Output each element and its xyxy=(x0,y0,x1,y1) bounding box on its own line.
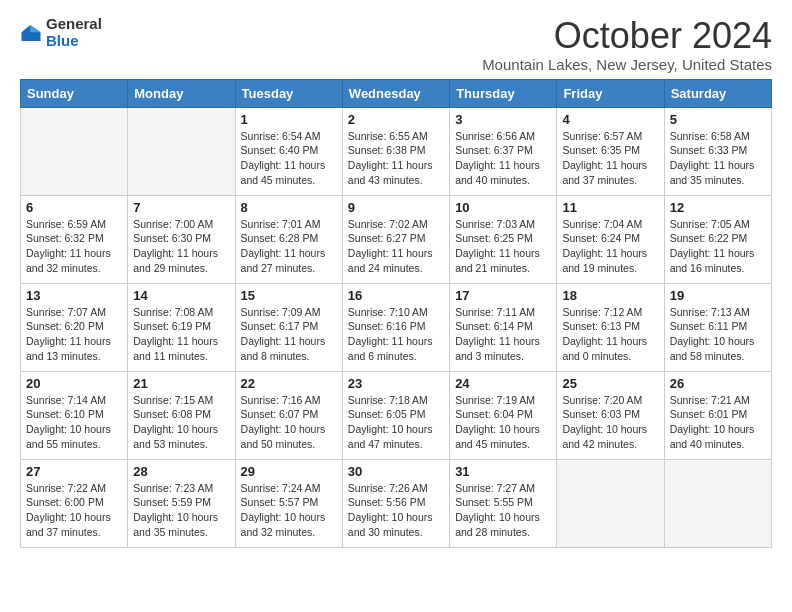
day-info: Sunrise: 6:56 AM Sunset: 6:37 PM Dayligh… xyxy=(455,129,551,188)
logo: General Blue xyxy=(20,16,102,49)
day-info: Sunrise: 7:14 AM Sunset: 6:10 PM Dayligh… xyxy=(26,393,122,452)
day-number: 13 xyxy=(26,288,122,303)
logo-general: General xyxy=(46,16,102,33)
weekday-wednesday: Wednesday xyxy=(342,79,449,107)
week-row-2: 6Sunrise: 6:59 AM Sunset: 6:32 PM Daylig… xyxy=(21,195,772,283)
day-cell: 20Sunrise: 7:14 AM Sunset: 6:10 PM Dayli… xyxy=(21,371,128,459)
day-info: Sunrise: 7:01 AM Sunset: 6:28 PM Dayligh… xyxy=(241,217,337,276)
day-info: Sunrise: 7:12 AM Sunset: 6:13 PM Dayligh… xyxy=(562,305,658,364)
day-number: 7 xyxy=(133,200,229,215)
day-number: 9 xyxy=(348,200,444,215)
day-info: Sunrise: 7:03 AM Sunset: 6:25 PM Dayligh… xyxy=(455,217,551,276)
day-info: Sunrise: 7:15 AM Sunset: 6:08 PM Dayligh… xyxy=(133,393,229,452)
day-cell: 27Sunrise: 7:22 AM Sunset: 6:00 PM Dayli… xyxy=(21,459,128,547)
weekday-saturday: Saturday xyxy=(664,79,771,107)
day-number: 18 xyxy=(562,288,658,303)
day-cell: 8Sunrise: 7:01 AM Sunset: 6:28 PM Daylig… xyxy=(235,195,342,283)
day-cell: 26Sunrise: 7:21 AM Sunset: 6:01 PM Dayli… xyxy=(664,371,771,459)
day-info: Sunrise: 7:23 AM Sunset: 5:59 PM Dayligh… xyxy=(133,481,229,540)
week-row-1: 1Sunrise: 6:54 AM Sunset: 6:40 PM Daylig… xyxy=(21,107,772,195)
day-cell xyxy=(128,107,235,195)
day-cell: 29Sunrise: 7:24 AM Sunset: 5:57 PM Dayli… xyxy=(235,459,342,547)
day-cell: 1Sunrise: 6:54 AM Sunset: 6:40 PM Daylig… xyxy=(235,107,342,195)
day-number: 3 xyxy=(455,112,551,127)
day-cell: 16Sunrise: 7:10 AM Sunset: 6:16 PM Dayli… xyxy=(342,283,449,371)
day-cell xyxy=(557,459,664,547)
day-number: 29 xyxy=(241,464,337,479)
day-number: 31 xyxy=(455,464,551,479)
day-cell: 18Sunrise: 7:12 AM Sunset: 6:13 PM Dayli… xyxy=(557,283,664,371)
month-title: October 2024 xyxy=(482,16,772,56)
day-cell: 24Sunrise: 7:19 AM Sunset: 6:04 PM Dayli… xyxy=(450,371,557,459)
day-info: Sunrise: 7:24 AM Sunset: 5:57 PM Dayligh… xyxy=(241,481,337,540)
day-cell: 22Sunrise: 7:16 AM Sunset: 6:07 PM Dayli… xyxy=(235,371,342,459)
day-number: 25 xyxy=(562,376,658,391)
day-info: Sunrise: 6:55 AM Sunset: 6:38 PM Dayligh… xyxy=(348,129,444,188)
day-info: Sunrise: 7:07 AM Sunset: 6:20 PM Dayligh… xyxy=(26,305,122,364)
day-cell: 31Sunrise: 7:27 AM Sunset: 5:55 PM Dayli… xyxy=(450,459,557,547)
week-row-3: 13Sunrise: 7:07 AM Sunset: 6:20 PM Dayli… xyxy=(21,283,772,371)
day-cell: 2Sunrise: 6:55 AM Sunset: 6:38 PM Daylig… xyxy=(342,107,449,195)
week-row-5: 27Sunrise: 7:22 AM Sunset: 6:00 PM Dayli… xyxy=(21,459,772,547)
day-number: 23 xyxy=(348,376,444,391)
day-cell xyxy=(21,107,128,195)
day-info: Sunrise: 7:09 AM Sunset: 6:17 PM Dayligh… xyxy=(241,305,337,364)
day-number: 1 xyxy=(241,112,337,127)
day-cell: 9Sunrise: 7:02 AM Sunset: 6:27 PM Daylig… xyxy=(342,195,449,283)
weekday-tuesday: Tuesday xyxy=(235,79,342,107)
day-number: 2 xyxy=(348,112,444,127)
day-info: Sunrise: 6:57 AM Sunset: 6:35 PM Dayligh… xyxy=(562,129,658,188)
day-number: 21 xyxy=(133,376,229,391)
day-number: 11 xyxy=(562,200,658,215)
day-info: Sunrise: 7:27 AM Sunset: 5:55 PM Dayligh… xyxy=(455,481,551,540)
day-number: 24 xyxy=(455,376,551,391)
day-info: Sunrise: 7:00 AM Sunset: 6:30 PM Dayligh… xyxy=(133,217,229,276)
day-cell: 28Sunrise: 7:23 AM Sunset: 5:59 PM Dayli… xyxy=(128,459,235,547)
day-number: 10 xyxy=(455,200,551,215)
day-number: 15 xyxy=(241,288,337,303)
day-cell: 21Sunrise: 7:15 AM Sunset: 6:08 PM Dayli… xyxy=(128,371,235,459)
day-info: Sunrise: 6:59 AM Sunset: 6:32 PM Dayligh… xyxy=(26,217,122,276)
day-info: Sunrise: 7:13 AM Sunset: 6:11 PM Dayligh… xyxy=(670,305,766,364)
weekday-header-row: SundayMondayTuesdayWednesdayThursdayFrid… xyxy=(21,79,772,107)
day-number: 8 xyxy=(241,200,337,215)
day-cell: 7Sunrise: 7:00 AM Sunset: 6:30 PM Daylig… xyxy=(128,195,235,283)
day-number: 22 xyxy=(241,376,337,391)
day-number: 4 xyxy=(562,112,658,127)
day-cell: 15Sunrise: 7:09 AM Sunset: 6:17 PM Dayli… xyxy=(235,283,342,371)
day-info: Sunrise: 6:58 AM Sunset: 6:33 PM Dayligh… xyxy=(670,129,766,188)
day-cell: 19Sunrise: 7:13 AM Sunset: 6:11 PM Dayli… xyxy=(664,283,771,371)
day-number: 12 xyxy=(670,200,766,215)
logo-icon xyxy=(20,22,42,44)
day-cell: 3Sunrise: 6:56 AM Sunset: 6:37 PM Daylig… xyxy=(450,107,557,195)
day-number: 27 xyxy=(26,464,122,479)
day-cell: 5Sunrise: 6:58 AM Sunset: 6:33 PM Daylig… xyxy=(664,107,771,195)
day-number: 14 xyxy=(133,288,229,303)
week-row-4: 20Sunrise: 7:14 AM Sunset: 6:10 PM Dayli… xyxy=(21,371,772,459)
day-cell xyxy=(664,459,771,547)
day-cell: 11Sunrise: 7:04 AM Sunset: 6:24 PM Dayli… xyxy=(557,195,664,283)
day-info: Sunrise: 7:18 AM Sunset: 6:05 PM Dayligh… xyxy=(348,393,444,452)
location-title: Mountain Lakes, New Jersey, United State… xyxy=(482,56,772,73)
day-cell: 23Sunrise: 7:18 AM Sunset: 6:05 PM Dayli… xyxy=(342,371,449,459)
day-info: Sunrise: 7:22 AM Sunset: 6:00 PM Dayligh… xyxy=(26,481,122,540)
svg-marker-1 xyxy=(30,24,40,31)
day-info: Sunrise: 7:11 AM Sunset: 6:14 PM Dayligh… xyxy=(455,305,551,364)
day-number: 30 xyxy=(348,464,444,479)
weekday-friday: Friday xyxy=(557,79,664,107)
day-cell: 10Sunrise: 7:03 AM Sunset: 6:25 PM Dayli… xyxy=(450,195,557,283)
day-info: Sunrise: 7:04 AM Sunset: 6:24 PM Dayligh… xyxy=(562,217,658,276)
day-info: Sunrise: 7:05 AM Sunset: 6:22 PM Dayligh… xyxy=(670,217,766,276)
day-number: 28 xyxy=(133,464,229,479)
day-cell: 30Sunrise: 7:26 AM Sunset: 5:56 PM Dayli… xyxy=(342,459,449,547)
day-info: Sunrise: 6:54 AM Sunset: 6:40 PM Dayligh… xyxy=(241,129,337,188)
day-number: 5 xyxy=(670,112,766,127)
day-number: 17 xyxy=(455,288,551,303)
logo-blue: Blue xyxy=(46,33,102,50)
day-number: 20 xyxy=(26,376,122,391)
day-number: 26 xyxy=(670,376,766,391)
title-block: October 2024 Mountain Lakes, New Jersey,… xyxy=(482,16,772,73)
day-number: 16 xyxy=(348,288,444,303)
day-info: Sunrise: 7:21 AM Sunset: 6:01 PM Dayligh… xyxy=(670,393,766,452)
day-info: Sunrise: 7:08 AM Sunset: 6:19 PM Dayligh… xyxy=(133,305,229,364)
